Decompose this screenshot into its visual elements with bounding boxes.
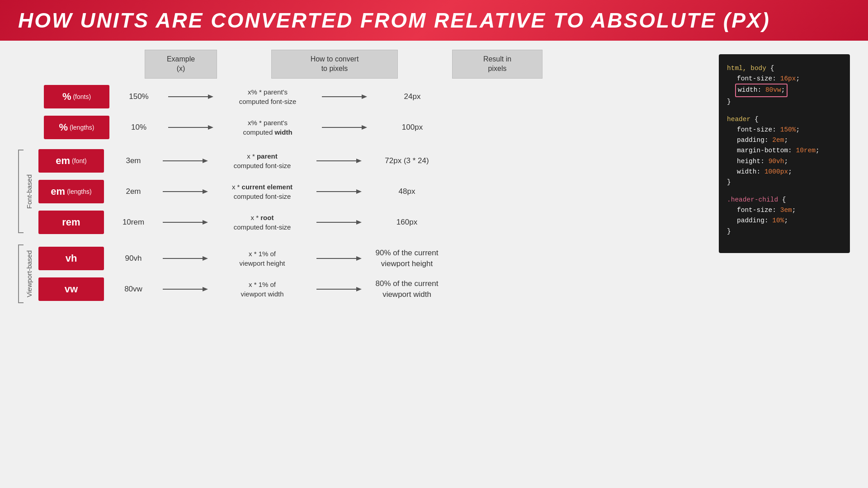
convert-text-vh: x * 1% ofviewport height: [208, 249, 316, 268]
arrow-left: [163, 218, 208, 227]
svg-marker-15: [356, 189, 362, 194]
arrow-right: [316, 285, 362, 294]
code-line-font-size: font-size: 3em;: [737, 205, 842, 216]
viewport-based-label: Viewport-based: [25, 250, 33, 297]
unit-label: vh: [66, 253, 77, 264]
font-based-group: Font-based em (font) 3em x * parentcompu…: [18, 145, 705, 239]
svg-marker-9: [203, 159, 208, 163]
unit-badge-percent-lengths: % (lengths): [44, 116, 109, 139]
code-line-font-size: font-size: 16px;: [737, 74, 842, 84]
viewport-based-label-container: Viewport-based: [18, 242, 36, 305]
code-panel: html, body { font-size: 16px; width: 80v…: [719, 54, 850, 253]
arrow-left-2: [168, 123, 213, 132]
convert-text-percent-fonts: x% * parent'scomputed font-size: [213, 87, 322, 106]
unit-badge-em-font: em (font): [38, 149, 104, 173]
standalone-percent-fonts: % (fonts) 150% x% * parent'scomputed fon…: [18, 83, 705, 110]
convert-text-percent-lengths: x% * parent'scomputed width: [213, 118, 322, 137]
viewport-based-rows: vh 90vh x * 1% ofviewport height 90% of …: [38, 242, 705, 305]
code-line-selector: html, body {: [727, 63, 842, 74]
table-section: Example(x) How to convertto pixels Resul…: [18, 50, 705, 305]
unit-label: em: [56, 155, 70, 167]
result-value-em-lengths: 48px: [362, 186, 452, 197]
svg-marker-19: [356, 220, 362, 225]
code-line-padding: padding: 2em;: [737, 135, 842, 145]
arrow-right-1: [322, 92, 367, 101]
svg-marker-21: [203, 256, 208, 261]
unit-badge-em-lengths: em (lengths): [38, 180, 104, 203]
viewport-based-group: Viewport-based vh 90vh x * 1% ofviewport…: [18, 242, 705, 305]
code-line-selector: .header-child {: [727, 195, 842, 205]
row-rem: rem 10rem x * rootcomputed font-size 160…: [38, 209, 705, 236]
unit-label: %: [62, 91, 71, 103]
convert-text-em-font: x * parentcomputed font-size: [208, 151, 316, 170]
svg-marker-27: [356, 287, 362, 291]
code-block-header-child: .header-child { font-size: 3em; padding:…: [727, 195, 842, 237]
unit-sub-label: (font): [72, 157, 87, 164]
col-header-result: Result inpixels: [452, 50, 542, 79]
code-closing-brace: }: [727, 226, 842, 237]
example-value: 2em: [104, 187, 163, 196]
arrow-right: [316, 187, 362, 196]
convert-text-vw: x * 1% ofviewport width: [208, 280, 316, 299]
font-based-bracket: [18, 150, 24, 233]
svg-marker-1: [208, 94, 213, 99]
convert-text-em-lengths: x * current elementcomputed font-size: [208, 182, 316, 201]
unit-badge-rem: rem: [38, 211, 104, 234]
example-value: 150%: [109, 92, 168, 101]
unit-sub-label: (lengths): [70, 124, 94, 131]
header-banner: HOW UNITS ARE CONVERTED FROM RELATIVE TO…: [0, 0, 868, 41]
example-value: 90vh: [104, 254, 163, 263]
unit-badge-percent-fonts: % (fonts): [44, 85, 109, 108]
row-em-font: em (font) 3em x * parentcomputed font-si…: [38, 147, 705, 174]
code-block-html-body: html, body { font-size: 16px; width: 80v…: [727, 63, 842, 107]
arrow-left-1: [168, 92, 213, 101]
unit-label: em: [51, 186, 65, 197]
arrow-left: [163, 187, 208, 196]
row-em-lengths: em (lengths) 2em x * current elementcomp…: [38, 178, 705, 205]
code-closing-brace: }: [727, 97, 842, 107]
code-line-selector: header {: [727, 114, 842, 125]
viewport-based-bracket: [18, 244, 24, 303]
font-based-rows: em (font) 3em x * parentcomputed font-si…: [38, 145, 705, 239]
row-percent-fonts: % (fonts) 150% x% * parent'scomputed fon…: [44, 83, 458, 110]
svg-marker-25: [203, 287, 208, 291]
unit-label: rem: [62, 216, 80, 228]
col-headers: Example(x) How to convertto pixels Resul…: [145, 50, 705, 79]
col-header-convert: How to convertto pixels: [271, 50, 398, 79]
font-based-label-container: Font-based: [18, 145, 36, 239]
result-value-vw: 80% of the currentviewport width: [362, 278, 452, 300]
code-line-padding: padding: 10%;: [737, 216, 842, 226]
row-vh: vh 90vh x * 1% ofviewport height 90% of …: [38, 245, 705, 272]
example-value: 10%: [109, 123, 168, 132]
svg-marker-7: [362, 125, 367, 130]
example-value: 80vw: [104, 285, 163, 294]
result-value-percent-fonts: 24px: [367, 91, 458, 102]
example-value: 3em: [104, 156, 163, 165]
unit-label: %: [59, 122, 68, 133]
unit-label: vw: [65, 283, 78, 295]
code-line-font-size: font-size: 150%;: [737, 125, 842, 135]
code-line-width-highlighted: width: 80vw;: [737, 84, 842, 96]
svg-marker-13: [203, 189, 208, 194]
highlighted-width: width: 80vw;: [735, 84, 788, 97]
result-value-vh: 90% of the currentviewport height: [362, 248, 452, 269]
result-value-rem: 160px: [362, 217, 452, 228]
row-vw: vw 80vw x * 1% ofviewport width 80% of t…: [38, 276, 705, 303]
main-content: Example(x) How to convertto pixels Resul…: [0, 41, 868, 314]
svg-marker-23: [356, 256, 362, 261]
page-title: HOW UNITS ARE CONVERTED FROM RELATIVE TO…: [18, 8, 770, 33]
arrow-left: [163, 254, 208, 263]
result-value-em-font: 72px (3 * 24): [362, 155, 452, 166]
arrow-left: [163, 156, 208, 165]
unit-badge-vh: vh: [38, 247, 104, 270]
unit-badge-vw: vw: [38, 277, 104, 301]
example-value: 10rem: [104, 218, 163, 227]
col-header-example: Example(x): [145, 50, 217, 79]
code-line-width: width: 1000px;: [737, 167, 842, 177]
svg-marker-5: [208, 125, 213, 130]
result-value-percent-lengths: 100px: [367, 122, 458, 133]
arrow-left: [163, 285, 208, 294]
row-percent-lengths: % (lengths) 10% x% * parent'scomputed wi…: [44, 114, 458, 141]
unit-sub-label: (lengths): [67, 188, 91, 195]
unit-sub-label: (fonts): [73, 93, 91, 100]
